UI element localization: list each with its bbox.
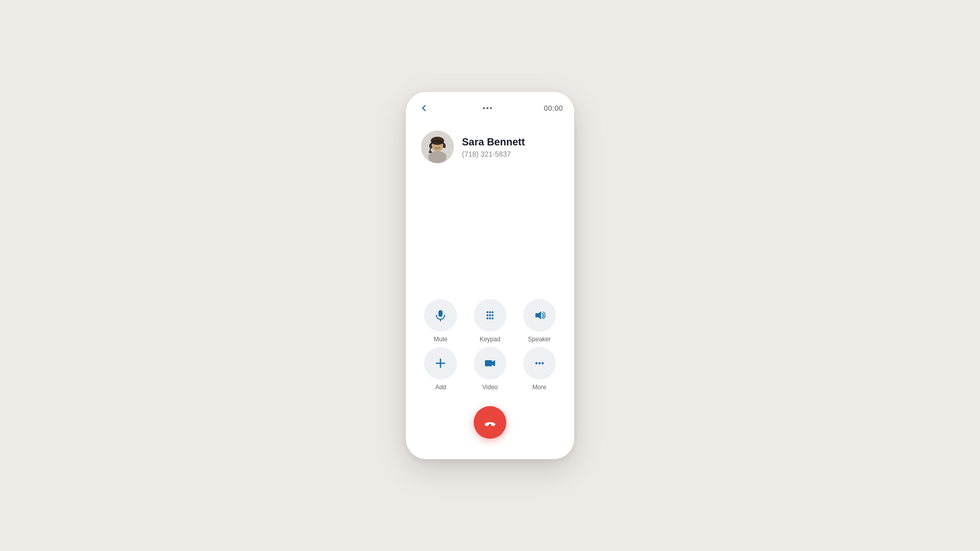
add-label: Add <box>435 384 446 391</box>
svg-point-14 <box>492 314 494 316</box>
contact-section: Sara Bennett (718) 321-5837 <box>406 120 574 168</box>
keypad-button[interactable] <box>474 299 506 332</box>
more-control[interactable]: More <box>514 347 564 391</box>
svg-point-16 <box>489 317 491 319</box>
top-bar: 00:00 <box>406 92 574 120</box>
menu-dots-button[interactable] <box>483 107 492 109</box>
controls-grid: Mute Keypad <box>406 294 574 401</box>
svg-rect-5 <box>443 144 446 148</box>
svg-point-25 <box>541 362 543 364</box>
contact-phone: (718) 321-5837 <box>462 150 525 158</box>
call-timer: 00:00 <box>544 104 563 112</box>
video-label: Video <box>482 384 498 391</box>
video-icon <box>483 357 497 370</box>
add-button[interactable] <box>424 347 457 380</box>
svg-point-24 <box>538 362 540 364</box>
keypad-icon <box>483 309 497 322</box>
video-button[interactable] <box>474 347 506 380</box>
end-call-icon <box>482 415 498 430</box>
speaker-button[interactable] <box>523 299 556 332</box>
spacer <box>406 168 574 294</box>
svg-rect-21 <box>485 360 492 366</box>
keypad-control[interactable]: Keypad <box>465 299 515 343</box>
svg-rect-7 <box>438 310 443 317</box>
speaker-icon <box>533 309 546 322</box>
keypad-label: Keypad <box>480 336 501 343</box>
svg-rect-6 <box>429 151 432 153</box>
more-button[interactable] <box>523 347 556 380</box>
svg-marker-18 <box>535 311 541 319</box>
back-button[interactable] <box>417 101 431 115</box>
mute-icon <box>434 309 447 322</box>
contact-name: Sara Bennett <box>462 136 525 148</box>
svg-point-11 <box>492 311 494 313</box>
add-icon <box>434 357 447 370</box>
mute-button[interactable] <box>424 299 457 332</box>
svg-point-12 <box>486 314 488 316</box>
svg-point-17 <box>492 317 494 319</box>
end-call-button[interactable] <box>474 406 506 439</box>
svg-point-13 <box>489 314 491 316</box>
more-label: More <box>532 384 546 391</box>
svg-marker-22 <box>492 360 495 366</box>
add-control[interactable]: Add <box>416 347 465 391</box>
svg-point-10 <box>489 311 491 313</box>
svg-point-23 <box>535 362 537 364</box>
mute-control[interactable]: Mute <box>416 299 465 343</box>
more-icon <box>533 357 546 370</box>
phone-frame: 00:00 <box>406 92 574 459</box>
svg-point-9 <box>486 311 488 313</box>
speaker-control[interactable]: Speaker <box>514 299 564 343</box>
avatar <box>421 131 454 163</box>
end-call-section <box>406 401 574 459</box>
contact-info: Sara Bennett (718) 321-5837 <box>462 136 525 158</box>
speaker-label: Speaker <box>528 336 551 343</box>
svg-point-15 <box>486 317 488 319</box>
mute-label: Mute <box>434 336 448 343</box>
video-control[interactable]: Video <box>465 347 515 391</box>
